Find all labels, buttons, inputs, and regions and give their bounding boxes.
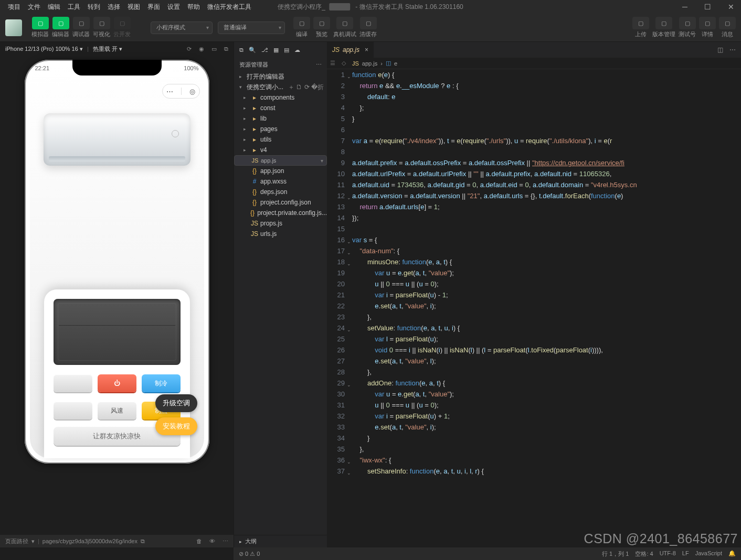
encoding[interactable]: UTF-8 bbox=[660, 550, 676, 558]
editor-button[interactable]: ▢编辑器 bbox=[52, 17, 69, 38]
cool-button[interactable]: 制冷 bbox=[142, 374, 181, 392]
device-select[interactable]: iPhone 12/13 (Pro) 100% 16 ▾ bbox=[5, 46, 83, 52]
copy-icon[interactable]: ⧉ bbox=[224, 46, 228, 52]
menu-item[interactable]: 编辑 bbox=[44, 3, 64, 12]
cursor-position[interactable]: 行 1，列 1 bbox=[602, 550, 629, 558]
language[interactable]: JavaScript bbox=[695, 550, 722, 558]
tab-app-js[interactable]: JSapp.js× bbox=[327, 42, 374, 58]
power-button[interactable]: ⏻ bbox=[98, 374, 136, 392]
close-icon[interactable]: ✕ bbox=[724, 3, 738, 11]
file-app.wxss[interactable]: #app.wxss bbox=[234, 176, 327, 187]
cache-button[interactable]: ▢清缓存 bbox=[359, 17, 377, 38]
folder-const[interactable]: ▸▸const bbox=[234, 103, 327, 113]
maximize-icon[interactable]: ☐ bbox=[701, 3, 715, 11]
code-area[interactable]: 1⌄function e(e) {2 return e && e.__esMod… bbox=[327, 69, 741, 547]
folder-components[interactable]: ▸▸components bbox=[234, 92, 327, 103]
mode-select[interactable]: 小程序模式 bbox=[151, 21, 213, 34]
eye-icon[interactable]: 👁 bbox=[209, 538, 215, 545]
eol[interactable]: LF bbox=[682, 550, 689, 558]
notch bbox=[72, 60, 162, 76]
simulator-statusbar: iPhone 12/13 (Pro) 100% 16 ▾ | 热重载 开 ▾ ⟳… bbox=[0, 42, 234, 56]
open-editors-section[interactable]: ▸打开的编辑器 bbox=[234, 71, 327, 82]
file-props.js[interactable]: JSprops.js bbox=[234, 218, 327, 229]
statusbar: ⊘ 0 ⚠ 0 行 1，列 1 空格: 4 UTF-8 LF JavaScrip… bbox=[234, 547, 741, 560]
folder-pages[interactable]: ▸▸pages bbox=[234, 124, 327, 134]
blank-button-2[interactable]: . bbox=[54, 402, 92, 419]
window-title: 便携空调小程序_████ - 微信开发者工具 Stable 1.06.23011… bbox=[274, 3, 467, 12]
visual-button[interactable]: ▢可视化 bbox=[93, 17, 110, 38]
minimize-icon[interactable]: ─ bbox=[679, 3, 691, 11]
more-icon[interactable]: ⋯ bbox=[223, 538, 228, 545]
debugger-button[interactable]: ▢调试器 bbox=[72, 17, 90, 38]
refresh-icon[interactable]: ⟳ bbox=[187, 46, 192, 52]
menu-item[interactable]: 界面 bbox=[144, 3, 164, 12]
menu-item[interactable]: 文件 bbox=[24, 3, 44, 12]
cloud-icon[interactable]: ☁ bbox=[294, 47, 300, 53]
folder-utils[interactable]: ▸▸utils bbox=[234, 134, 327, 145]
record-icon[interactable]: ◉ bbox=[199, 46, 204, 52]
search-icon[interactable]: 🔍 bbox=[249, 47, 256, 53]
project-root[interactable]: ▾便携空调小...＋ 🗋 ⟳ �折 bbox=[234, 82, 327, 92]
lcd-screen bbox=[54, 299, 181, 365]
bell-icon[interactable]: 🔔 bbox=[728, 550, 736, 558]
simulator-button[interactable]: ▢模拟器 bbox=[31, 17, 49, 38]
file-deps.json[interactable]: {}deps.json bbox=[234, 187, 327, 197]
file-app.js[interactable]: JSapp.js bbox=[234, 155, 327, 166]
remote-control: . ⏻ 制冷 . 风速 制热 让群友凉快凉快 升级空调 安装教程 bbox=[44, 289, 190, 458]
folder-lib[interactable]: ▸▸lib bbox=[234, 113, 327, 124]
explorer-panel: ⧉ 🔍 ⎇ ▦ ▤ ☁ 资源管理器⋯ ▸打开的编辑器▾便携空调小...＋ 🗋 ⟳… bbox=[234, 42, 327, 547]
menu-item[interactable]: 项目 bbox=[4, 3, 24, 12]
device-icon[interactable]: ▭ bbox=[211, 46, 217, 52]
outline-section[interactable]: ▸大纲 bbox=[234, 535, 327, 547]
cloud-button[interactable]: ▢云开发 bbox=[113, 17, 131, 38]
preview-button[interactable]: ▢预览 bbox=[313, 17, 330, 38]
toolbar: ▢模拟器▢编辑器▢调试器▢可视化▢云开发 小程序模式 普通编译 ▢编译▢预览▢真… bbox=[0, 14, 741, 42]
tab-more-icon[interactable]: ⋯ bbox=[729, 46, 736, 53]
upload-button[interactable]: ▢上传 bbox=[632, 17, 649, 38]
menu-item[interactable]: 工具 bbox=[64, 3, 84, 12]
capsule[interactable]: ⋯◎ bbox=[162, 84, 200, 99]
problems-counter[interactable]: ⊘ 0 ⚠ 0 bbox=[239, 551, 260, 557]
tutorial-pill[interactable]: 安装教程 bbox=[155, 417, 197, 435]
trash-icon[interactable]: 🗑 bbox=[196, 538, 202, 545]
version-button[interactable]: ▢版本管理 bbox=[652, 17, 675, 38]
notice-button[interactable]: ▢消息 bbox=[719, 17, 736, 38]
split-icon[interactable]: ◫ bbox=[717, 46, 723, 53]
build-select[interactable]: 普通编译 bbox=[218, 21, 285, 34]
indent-info[interactable]: 空格: 4 bbox=[635, 550, 653, 558]
page-path[interactable]: pages/cbygz9da3j50000dw26g/index bbox=[43, 538, 137, 544]
file-urls.js[interactable]: JSurls.js bbox=[234, 229, 327, 239]
avatar[interactable] bbox=[5, 19, 22, 36]
menu-item[interactable]: 选择 bbox=[104, 3, 124, 12]
folder-v4[interactable]: ▸▸v4 bbox=[234, 145, 327, 155]
upgrade-pill[interactable]: 升级空调 bbox=[155, 394, 197, 412]
menu-item[interactable]: 帮助 bbox=[184, 3, 204, 12]
file-project.config.json[interactable]: {}project.config.json bbox=[234, 197, 327, 208]
branch-icon[interactable]: ⎇ bbox=[261, 47, 268, 53]
tab-close-icon[interactable]: × bbox=[365, 46, 368, 53]
panel-icon[interactable]: ▤ bbox=[284, 47, 289, 53]
breadcrumb[interactable]: ☰◇←→ JSapp.js›◫e bbox=[327, 58, 741, 69]
navigator-icon[interactable]: ⧉ bbox=[239, 47, 244, 53]
fan-button[interactable]: 风速 bbox=[98, 402, 136, 419]
menubar: 项目文件编辑工具转到选择视图界面设置帮助微信开发者工具 便携空调小程序_████… bbox=[0, 0, 741, 14]
explorer-menu-icon[interactable]: ⋯ bbox=[316, 61, 322, 68]
hotreload-toggle[interactable]: 热重载 开 ▾ bbox=[93, 45, 122, 53]
blank-button[interactable]: . bbox=[54, 374, 92, 392]
compile-button[interactable]: ▢编译 bbox=[293, 17, 310, 38]
detail-button[interactable]: ▢详情 bbox=[699, 17, 716, 38]
testid-button[interactable]: ▢测试号 bbox=[679, 17, 696, 38]
copy-path-icon[interactable]: ⧉ bbox=[141, 538, 145, 545]
menu-item[interactable]: 设置 bbox=[164, 3, 184, 12]
remote-button[interactable]: ▢真机调试 bbox=[333, 17, 356, 38]
menu-item[interactable]: 微信开发者工具 bbox=[204, 3, 255, 12]
menu-item[interactable]: 转到 bbox=[84, 3, 104, 12]
file-app.json[interactable]: {}app.json bbox=[234, 166, 327, 176]
simulator-device[interactable]: 22:21100% ⋯◎ . ⏻ 制冷 . 风速 bbox=[25, 60, 209, 464]
code-editor: JSapp.js× ◫⋯ ☰◇←→ JSapp.js›◫e 1⌄function… bbox=[327, 42, 741, 547]
explorer-title: 资源管理器 bbox=[239, 61, 268, 69]
menu-item[interactable]: 视图 bbox=[124, 3, 144, 12]
layout-icon[interactable]: ▦ bbox=[273, 47, 279, 53]
file-project.private.config.js...[interactable]: {}project.private.config.js... bbox=[234, 208, 327, 218]
page-path-bar: 页面路径▾| pages/cbygz9da3j50000dw26g/index … bbox=[0, 535, 234, 547]
